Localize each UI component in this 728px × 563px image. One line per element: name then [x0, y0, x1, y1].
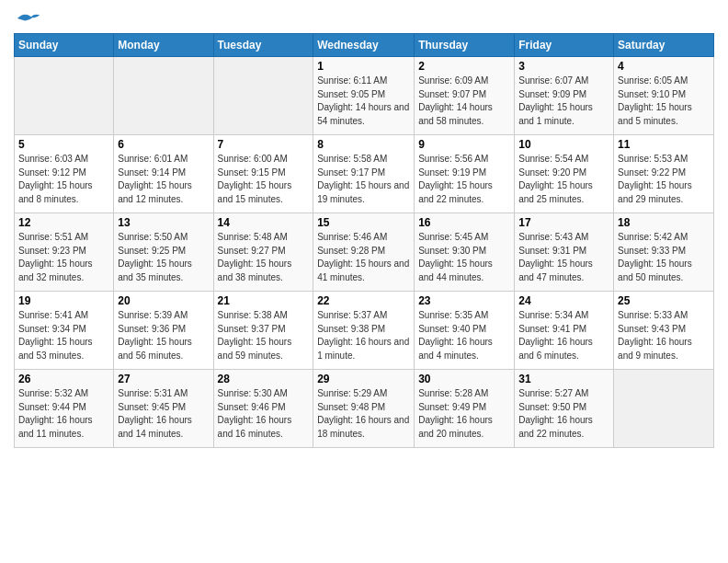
- day-number: 12: [18, 216, 109, 229]
- day-number: 7: [218, 138, 310, 151]
- day-info: Sunrise: 5:35 AM Sunset: 9:40 PM Dayligh…: [418, 309, 510, 362]
- day-number: 2: [418, 60, 510, 73]
- day-info: Sunrise: 6:09 AM Sunset: 9:07 PM Dayligh…: [418, 75, 510, 128]
- day-number: 1: [317, 60, 410, 73]
- day-number: 21: [218, 294, 310, 307]
- calendar-week-row: 26Sunrise: 5:32 AM Sunset: 9:44 PM Dayli…: [15, 370, 714, 448]
- day-info: Sunrise: 6:01 AM Sunset: 9:14 PM Dayligh…: [118, 153, 209, 206]
- day-number: 19: [18, 294, 109, 307]
- calendar-cell: 17Sunrise: 5:43 AM Sunset: 9:31 PM Dayli…: [515, 213, 614, 292]
- day-info: Sunrise: 5:51 AM Sunset: 9:23 PM Dayligh…: [18, 231, 109, 284]
- calendar-cell: 18Sunrise: 5:42 AM Sunset: 9:33 PM Dayli…: [614, 213, 714, 292]
- day-number: 26: [18, 373, 109, 385]
- calendar-body: 1Sunrise: 6:11 AM Sunset: 9:05 PM Daylig…: [15, 57, 714, 448]
- day-number: 16: [418, 216, 510, 229]
- calendar-table: SundayMondayTuesdayWednesdayThursdayFrid…: [14, 33, 714, 448]
- day-info: Sunrise: 5:39 AM Sunset: 9:36 PM Dayligh…: [118, 309, 209, 362]
- day-info: Sunrise: 5:31 AM Sunset: 9:45 PM Dayligh…: [118, 387, 209, 441]
- calendar-week-row: 12Sunrise: 5:51 AM Sunset: 9:23 PM Dayli…: [15, 213, 714, 292]
- day-number: 17: [518, 216, 609, 229]
- calendar-cell: 11Sunrise: 5:53 AM Sunset: 9:22 PM Dayli…: [614, 135, 714, 213]
- calendar-cell: 7Sunrise: 6:00 AM Sunset: 9:15 PM Daylig…: [213, 135, 313, 213]
- day-info: Sunrise: 5:38 AM Sunset: 9:37 PM Dayligh…: [218, 309, 310, 362]
- calendar-cell: 3Sunrise: 6:07 AM Sunset: 9:09 PM Daylig…: [515, 57, 614, 135]
- day-number: 4: [618, 60, 710, 73]
- calendar-cell: 14Sunrise: 5:48 AM Sunset: 9:27 PM Dayli…: [213, 213, 313, 292]
- day-info: Sunrise: 6:05 AM Sunset: 9:10 PM Dayligh…: [618, 75, 710, 128]
- calendar-cell: 12Sunrise: 5:51 AM Sunset: 9:23 PM Dayli…: [15, 213, 114, 292]
- calendar-cell: 21Sunrise: 5:38 AM Sunset: 9:37 PM Dayli…: [213, 292, 313, 370]
- calendar-cell: [15, 57, 114, 135]
- day-info: Sunrise: 6:00 AM Sunset: 9:15 PM Dayligh…: [218, 153, 310, 206]
- calendar-cell: [614, 370, 714, 448]
- calendar-cell: 2Sunrise: 6:09 AM Sunset: 9:07 PM Daylig…: [415, 57, 515, 135]
- day-number: 23: [418, 294, 510, 307]
- calendar-week-row: 5Sunrise: 6:03 AM Sunset: 9:12 PM Daylig…: [15, 135, 714, 213]
- day-number: 9: [418, 138, 510, 151]
- day-info: Sunrise: 5:45 AM Sunset: 9:30 PM Dayligh…: [418, 231, 510, 284]
- logo-bird-icon: [16, 9, 41, 28]
- calendar-cell: 22Sunrise: 5:37 AM Sunset: 9:38 PM Dayli…: [313, 292, 415, 370]
- day-number: 3: [518, 60, 609, 73]
- day-info: Sunrise: 5:27 AM Sunset: 9:50 PM Dayligh…: [518, 387, 609, 441]
- calendar-cell: [213, 57, 313, 135]
- day-number: 14: [218, 216, 310, 229]
- day-info: Sunrise: 5:28 AM Sunset: 9:49 PM Dayligh…: [418, 387, 510, 441]
- day-number: 28: [218, 373, 310, 385]
- day-info: Sunrise: 5:54 AM Sunset: 9:20 PM Dayligh…: [518, 153, 609, 206]
- calendar-cell: 5Sunrise: 6:03 AM Sunset: 9:12 PM Daylig…: [15, 135, 114, 213]
- calendar-header: SundayMondayTuesdayWednesdayThursdayFrid…: [15, 34, 714, 57]
- calendar-cell: 30Sunrise: 5:28 AM Sunset: 9:49 PM Dayli…: [415, 370, 515, 448]
- calendar-cell: 31Sunrise: 5:27 AM Sunset: 9:50 PM Dayli…: [515, 370, 614, 448]
- day-number: 25: [618, 294, 710, 307]
- calendar-cell: 29Sunrise: 5:29 AM Sunset: 9:48 PM Dayli…: [313, 370, 415, 448]
- calendar-cell: 4Sunrise: 6:05 AM Sunset: 9:10 PM Daylig…: [614, 57, 714, 135]
- day-number: 20: [118, 294, 209, 307]
- calendar-cell: 23Sunrise: 5:35 AM Sunset: 9:40 PM Dayli…: [415, 292, 515, 370]
- day-number: 18: [618, 216, 710, 229]
- calendar-cell: 1Sunrise: 6:11 AM Sunset: 9:05 PM Daylig…: [313, 57, 415, 135]
- day-number: 29: [317, 373, 410, 385]
- calendar-week-row: 19Sunrise: 5:41 AM Sunset: 9:34 PM Dayli…: [15, 292, 714, 370]
- day-info: Sunrise: 5:33 AM Sunset: 9:43 PM Dayligh…: [618, 309, 710, 362]
- day-number: 15: [317, 216, 410, 229]
- day-info: Sunrise: 5:37 AM Sunset: 9:38 PM Dayligh…: [317, 309, 410, 362]
- calendar-cell: 13Sunrise: 5:50 AM Sunset: 9:25 PM Dayli…: [114, 213, 213, 292]
- day-info: Sunrise: 5:50 AM Sunset: 9:25 PM Dayligh…: [118, 231, 209, 284]
- weekday-header-row: SundayMondayTuesdayWednesdayThursdayFrid…: [15, 34, 714, 57]
- day-info: Sunrise: 5:42 AM Sunset: 9:33 PM Dayligh…: [618, 231, 710, 284]
- day-number: 11: [618, 138, 710, 151]
- page-header: [14, 9, 714, 28]
- day-number: 8: [317, 138, 410, 151]
- weekday-header-friday: Friday: [515, 34, 614, 57]
- day-info: Sunrise: 5:56 AM Sunset: 9:19 PM Dayligh…: [418, 153, 510, 206]
- day-number: 22: [317, 294, 410, 307]
- day-info: Sunrise: 5:48 AM Sunset: 9:27 PM Dayligh…: [218, 231, 310, 284]
- weekday-header-sunday: Sunday: [15, 34, 114, 57]
- calendar-cell: 28Sunrise: 5:30 AM Sunset: 9:46 PM Dayli…: [213, 370, 313, 448]
- day-info: Sunrise: 5:34 AM Sunset: 9:41 PM Dayligh…: [518, 309, 609, 362]
- day-info: Sunrise: 6:03 AM Sunset: 9:12 PM Dayligh…: [18, 153, 109, 206]
- calendar-cell: 24Sunrise: 5:34 AM Sunset: 9:41 PM Dayli…: [515, 292, 614, 370]
- calendar-cell: 25Sunrise: 5:33 AM Sunset: 9:43 PM Dayli…: [614, 292, 714, 370]
- day-info: Sunrise: 6:11 AM Sunset: 9:05 PM Dayligh…: [317, 75, 410, 128]
- weekday-header-saturday: Saturday: [614, 34, 714, 57]
- day-number: 30: [418, 373, 510, 385]
- logo: [14, 9, 41, 28]
- day-number: 10: [518, 138, 609, 151]
- calendar-cell: 16Sunrise: 5:45 AM Sunset: 9:30 PM Dayli…: [415, 213, 515, 292]
- calendar-cell: 15Sunrise: 5:46 AM Sunset: 9:28 PM Dayli…: [313, 213, 415, 292]
- calendar-cell: 9Sunrise: 5:56 AM Sunset: 9:19 PM Daylig…: [415, 135, 515, 213]
- day-info: Sunrise: 5:53 AM Sunset: 9:22 PM Dayligh…: [618, 153, 710, 206]
- calendar-cell: 8Sunrise: 5:58 AM Sunset: 9:17 PM Daylig…: [313, 135, 415, 213]
- calendar-cell: 6Sunrise: 6:01 AM Sunset: 9:14 PM Daylig…: [114, 135, 213, 213]
- calendar-cell: 10Sunrise: 5:54 AM Sunset: 9:20 PM Dayli…: [515, 135, 614, 213]
- day-number: 31: [518, 373, 609, 385]
- day-info: Sunrise: 5:58 AM Sunset: 9:17 PM Dayligh…: [317, 153, 410, 206]
- weekday-header-monday: Monday: [114, 34, 213, 57]
- day-info: Sunrise: 5:32 AM Sunset: 9:44 PM Dayligh…: [18, 387, 109, 441]
- calendar-cell: 20Sunrise: 5:39 AM Sunset: 9:36 PM Dayli…: [114, 292, 213, 370]
- weekday-header-wednesday: Wednesday: [313, 34, 415, 57]
- day-info: Sunrise: 5:46 AM Sunset: 9:28 PM Dayligh…: [317, 231, 410, 284]
- weekday-header-tuesday: Tuesday: [213, 34, 313, 57]
